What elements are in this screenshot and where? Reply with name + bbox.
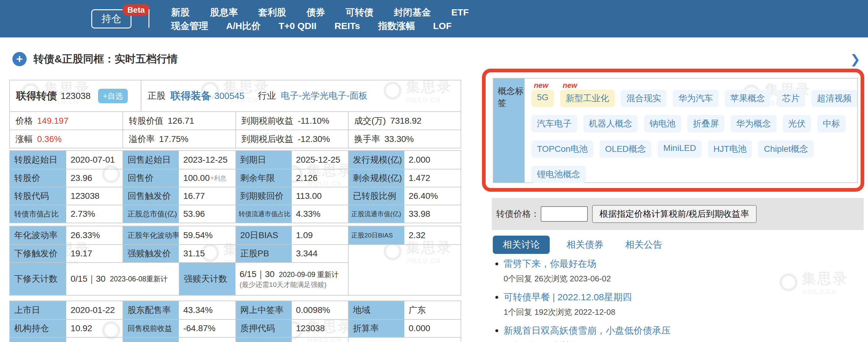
- nav-link[interactable]: 股息率: [210, 6, 238, 19]
- concept-tag[interactable]: 苹果概念: [725, 90, 771, 107]
- calc-yield-button[interactable]: 根据指定价格计算税前/税后到期收益率: [592, 205, 757, 223]
- portfolio-button[interactable]: 持仓 Beta: [91, 9, 131, 28]
- field-value: -65.12%: [292, 337, 348, 342]
- field-value: 4.33%: [292, 205, 348, 223]
- field-label: 正股PB: [236, 244, 292, 262]
- concept-tag[interactable]: 汽车电子: [531, 115, 577, 132]
- value-text: 1.09: [296, 230, 313, 240]
- field-value: 2.32: [404, 226, 461, 244]
- bond-price-input[interactable]: [541, 206, 588, 222]
- discussion-meta: 1个回复 192次浏览 2022-12-08: [504, 307, 632, 317]
- concept-tag[interactable]: 超清视频: [811, 90, 857, 107]
- discussion-title-link[interactable]: 雷劈下来，你最好在场: [504, 257, 611, 270]
- concept-tag[interactable]: 锂电池概念: [531, 166, 586, 183]
- concept-tag[interactable]: 新型工业化new: [560, 90, 615, 107]
- concept-tag[interactable]: MiniLED: [658, 141, 702, 158]
- value-note: 2020-09-09 重新计: [279, 270, 339, 280]
- discussion-item: •雷劈下来，你最好在场0个回复 26次浏览 2023-06-02: [495, 257, 863, 284]
- nav-link[interactable]: 新股: [171, 6, 190, 19]
- nav-link[interactable]: 债券: [307, 6, 325, 19]
- jisilu-bond-page: 集思录JISILU.CN集思录JISILU.CN集思录JISILU.CN集思录J…: [0, 0, 868, 342]
- bullet-icon: •: [495, 291, 499, 317]
- concept-tag-text: 光伏: [788, 119, 806, 128]
- field-value: 19.17: [66, 244, 123, 262]
- value-text: 10.92: [70, 323, 92, 333]
- concept-tag[interactable]: 混合现实: [621, 90, 666, 107]
- concept-tag-text: TOPCon电池: [537, 144, 588, 154]
- value-note-2: (最少还需10天才能满足强赎): [240, 280, 327, 289]
- quote-field-value: 7318.92: [390, 116, 421, 126]
- nav-link[interactable]: 现金管理: [171, 20, 208, 32]
- field-value: 26.40%: [404, 187, 461, 205]
- concept-tag[interactable]: OLED概念: [599, 141, 651, 158]
- quote-row: 价格149.197转股价值126.71到期税前收益-11.10%成交(万)731…: [10, 111, 461, 130]
- concept-tag-text: 混合现实: [626, 93, 661, 103]
- concept-tag[interactable]: 华为概念: [731, 115, 776, 132]
- quote-rows: 价格149.197转股价值126.71到期税前收益-11.10%成交(万)731…: [10, 111, 461, 148]
- field-value: 26.33%: [66, 226, 123, 244]
- field-label: 转股价: [10, 169, 66, 187]
- field-label: 网上中签率: [236, 301, 292, 319]
- nav-link[interactable]: A/H比价: [226, 20, 261, 32]
- stock-code-link[interactable]: 300545: [214, 91, 244, 101]
- field-label: 回售税后收益: [236, 337, 292, 342]
- quote-field-value: -12.30%: [298, 134, 330, 144]
- bullet-icon: •: [495, 257, 499, 284]
- nav-link[interactable]: ETF: [451, 7, 469, 18]
- tab-announcements[interactable]: 相关公告: [620, 236, 667, 254]
- value-text: 100.00: [183, 173, 210, 183]
- nav-link[interactable]: 指数涨幅: [378, 20, 415, 32]
- concept-tag[interactable]: HJT电池: [708, 141, 752, 158]
- chevron-right-icon[interactable]: ❯: [850, 52, 861, 66]
- add-watchlist-button[interactable]: +自选: [98, 89, 128, 103]
- field-value: 53.96: [179, 205, 235, 223]
- field-value: 0.0098%: [292, 301, 348, 319]
- concept-tag-row: 5Gnew新型工业化new混合现实华为汽车苹果概念芯片超清视频: [531, 90, 857, 107]
- nav-link[interactable]: 封闭基金: [394, 6, 431, 19]
- field-value: 100.00+利息: [179, 169, 235, 187]
- tab-discussions[interactable]: 相关讨论: [493, 236, 550, 254]
- tab-bonds[interactable]: 相关债券: [561, 236, 609, 254]
- concept-tag[interactable]: 华为汽车: [673, 90, 719, 107]
- field-value: 10.92: [66, 319, 123, 337]
- field-label: 上市日: [10, 301, 66, 319]
- nav-link[interactable]: 可转债: [345, 6, 373, 19]
- plus-circle-icon[interactable]: +: [12, 52, 27, 66]
- page-title: 转债&正股同框：实时五档行情: [33, 52, 178, 66]
- field-label: 剩余年限: [236, 169, 292, 187]
- nav-link[interactable]: 套利股: [258, 6, 286, 19]
- value-text: 59.54%: [183, 230, 213, 240]
- concept-tag-text: 锂电池概念: [537, 169, 580, 179]
- concept-tag[interactable]: 芯片: [777, 90, 805, 107]
- value-text: 广东: [409, 304, 426, 316]
- concept-tag-row: 锂电池概念: [531, 166, 857, 183]
- field-label: 到期赎回价: [236, 187, 292, 205]
- stock-name-link[interactable]: 联得装备: [170, 89, 211, 103]
- discussion-title-link[interactable]: 可转债早餐 | 2022.12.08星期四: [504, 291, 632, 304]
- concept-tag[interactable]: 5Gnew: [531, 90, 554, 107]
- field-label: 回售触发价: [123, 187, 179, 205]
- bond-header-row: 联得转债 123038 +自选 正股 联得装备 300545 行业 电子-光学光…: [10, 81, 461, 111]
- value-text: 2023-12-25: [183, 155, 227, 165]
- field-label: 剩余规模(亿): [348, 169, 404, 187]
- quote-field-label: 换手率: [354, 133, 380, 145]
- nav-link[interactable]: T+0 QDII: [279, 21, 317, 31]
- concept-tag[interactable]: 折叠屏: [687, 115, 724, 132]
- concept-tag[interactable]: TOPCon电池: [531, 141, 593, 158]
- field-value: 113.00: [292, 187, 348, 205]
- empty-cell: [348, 337, 461, 342]
- concept-tag[interactable]: 中标: [817, 115, 846, 132]
- value-line: 6/15｜302020-09-09 重新计: [240, 269, 339, 280]
- nav-link[interactable]: LOF: [433, 21, 452, 31]
- quote-cell: 转股价值126.71: [123, 111, 235, 130]
- concept-tag[interactable]: 钠电池: [644, 115, 681, 132]
- discussion-title-link[interactable]: 新规首日双高妖债雪崩，小盘低价债承压: [504, 324, 671, 337]
- new-badge: new: [563, 81, 577, 90]
- concept-tag[interactable]: Chiplet概念: [758, 141, 813, 158]
- industry-link[interactable]: 电子-光学光电子-面板: [281, 90, 368, 102]
- concept-tag[interactable]: 机器人概念: [583, 115, 638, 132]
- nav-link[interactable]: REITs: [334, 21, 360, 31]
- field-label: 折算率: [348, 319, 404, 337]
- concept-tag[interactable]: 光伏: [783, 115, 811, 132]
- value-text: 123038: [296, 323, 325, 333]
